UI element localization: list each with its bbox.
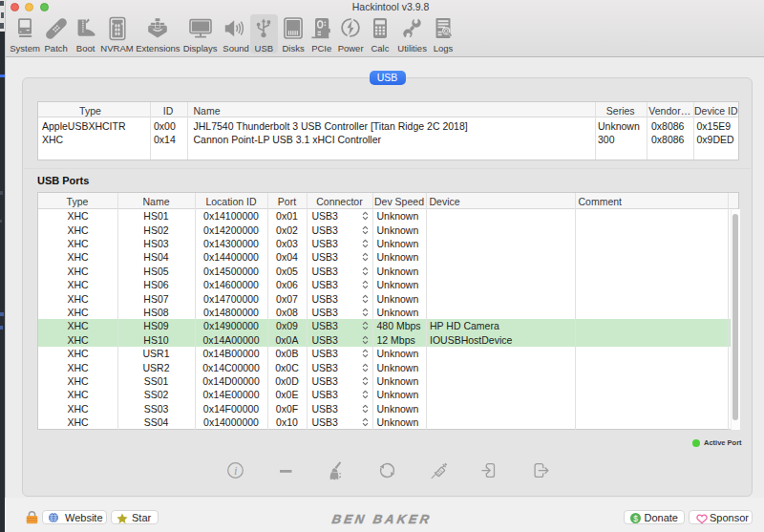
svg-text:i: i (234, 464, 238, 478)
svg-text:$: $ (633, 514, 638, 523)
